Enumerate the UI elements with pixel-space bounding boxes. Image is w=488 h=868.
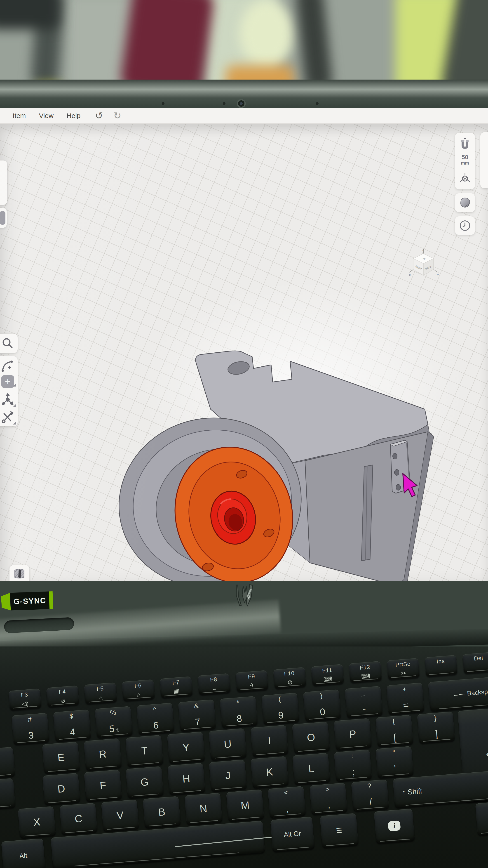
key-j: J xyxy=(209,760,247,791)
predator-logo xyxy=(230,584,259,610)
snap-settings-panel: 50 mm xyxy=(455,133,475,189)
key-f5: F5☼ xyxy=(84,682,117,704)
key-p: P xyxy=(334,718,372,750)
history-clock-icon xyxy=(455,219,475,232)
key-l: L xyxy=(292,753,330,784)
predator-sense-icon: i xyxy=(388,820,401,831)
key-h: H xyxy=(167,763,205,795)
key-4: $4 xyxy=(53,710,91,741)
key-9: (9 xyxy=(261,692,299,724)
gsync-label: G-SYNC xyxy=(10,592,50,611)
key-ins: Ins xyxy=(424,655,457,676)
key-cut-key xyxy=(0,747,15,778)
axis-x-label: X xyxy=(409,273,411,277)
gsync-sticker: G-SYNC xyxy=(1,591,53,611)
spacebar-reflection xyxy=(175,837,272,847)
microphone-hole xyxy=(316,102,319,105)
key-equals: += xyxy=(386,683,424,714)
view-tools-panel xyxy=(9,565,29,581)
menu-view[interactable]: View xyxy=(39,112,53,120)
key-f9: F9✈ xyxy=(235,670,268,692)
microphone-hole xyxy=(162,102,164,105)
key-m: M xyxy=(226,789,264,821)
tools-panel: + xyxy=(0,356,18,426)
key-x: X xyxy=(18,806,56,838)
key-t: T xyxy=(125,735,163,767)
background-window-glow xyxy=(239,0,294,68)
key-comma: <, xyxy=(268,786,306,817)
tools-wrench-icon[interactable] xyxy=(0,410,18,424)
left-edge-button-cut[interactable] xyxy=(0,208,7,228)
menu-icon: ☰ xyxy=(320,813,359,847)
key-arrow-left: ◀ xyxy=(475,801,488,835)
home-row: DFGHJKL:;"' xyxy=(8,736,488,778)
add-body-button[interactable]: + xyxy=(0,375,18,388)
key-menu: ☰ xyxy=(320,813,359,847)
transform-move-icon[interactable] xyxy=(0,393,18,406)
key-f10: F10⊘ xyxy=(273,667,306,688)
key-quote: "' xyxy=(376,746,414,778)
shading-style-icon xyxy=(455,196,475,210)
key-5: %5€ xyxy=(95,706,133,738)
key-n: N xyxy=(185,793,223,825)
magnet-snap-icon[interactable] xyxy=(455,137,475,150)
key-f4: F4⌀ xyxy=(46,685,79,707)
key-bracket-close: }] xyxy=(417,711,455,743)
background-lamp-arm xyxy=(295,0,333,92)
menu-help[interactable]: Help xyxy=(67,112,80,120)
key-minus: _- xyxy=(345,686,383,718)
key-rshift: ↑ Shift xyxy=(393,770,488,808)
key-prtsc: PrtSc✂ xyxy=(387,658,420,680)
microphone-hole xyxy=(223,102,225,105)
search-button[interactable] xyxy=(0,334,18,353)
key-6: ^6 xyxy=(136,703,174,735)
right-edge-panel-cut xyxy=(480,132,488,188)
sketch-arc-icon[interactable] xyxy=(0,360,18,373)
search-icon xyxy=(0,337,18,349)
key-r: R xyxy=(84,738,122,770)
laptop-screen: Item View Help ↺ ↻ xyxy=(0,108,488,581)
shading-style-button[interactable] xyxy=(455,193,475,212)
history-button[interactable] xyxy=(455,216,475,235)
key-b: B xyxy=(143,796,181,828)
key-g: G xyxy=(126,766,164,798)
key-bracket-open: {[ xyxy=(376,715,414,746)
key-3: #3 xyxy=(11,713,50,744)
left-edge-panel-cut xyxy=(0,160,7,205)
key-f11: F11⌨ xyxy=(311,664,344,686)
grid-axis-icon[interactable] xyxy=(455,171,475,185)
key-e: E xyxy=(42,742,80,773)
snap-increment-value[interactable]: 50 mm xyxy=(455,154,475,166)
key-f: F xyxy=(84,770,122,801)
key-o: O xyxy=(292,721,330,753)
view-cube[interactable]: Z X Y Top Right Back xyxy=(409,248,440,284)
key-u: U xyxy=(209,728,247,760)
key-slash: ?/ xyxy=(351,779,389,811)
key-f3: F3◁) xyxy=(8,688,41,710)
cube-top-label: Top xyxy=(421,258,425,259)
key-f6: F6☼ xyxy=(122,679,155,701)
photo-of-laptop: Item View Help ↺ ↻ xyxy=(0,0,488,868)
webcam xyxy=(237,99,246,108)
key-7: &7 xyxy=(178,700,216,731)
key-v: V xyxy=(101,800,139,831)
modeling-canvas[interactable]: Z X Y Top Right Back xyxy=(0,124,488,581)
key-f8: F8→ xyxy=(197,673,230,694)
screen-bottom-bezel: G-SYNC xyxy=(0,581,488,656)
key-d: D xyxy=(42,773,80,804)
key-f7: F7▣ xyxy=(160,676,193,698)
menu-bar: Item View Help ↺ ↻ xyxy=(0,108,488,124)
key-c: C xyxy=(59,803,97,835)
key-period: >. xyxy=(310,783,348,814)
key-cut-key xyxy=(0,778,15,810)
key-semicolon: :; xyxy=(334,749,372,781)
key-del: Del xyxy=(462,652,488,673)
background-dark-corner-left xyxy=(0,0,59,29)
arrow-left-icon: ◀ xyxy=(475,801,488,835)
section-view-icon[interactable] xyxy=(9,568,29,580)
key-8: *8 xyxy=(220,696,258,727)
axis-z-label: Z xyxy=(422,248,424,252)
key-k: K xyxy=(251,756,289,788)
menu-item[interactable]: Item xyxy=(13,112,26,120)
key-altgr: Alt Gr xyxy=(270,817,315,851)
